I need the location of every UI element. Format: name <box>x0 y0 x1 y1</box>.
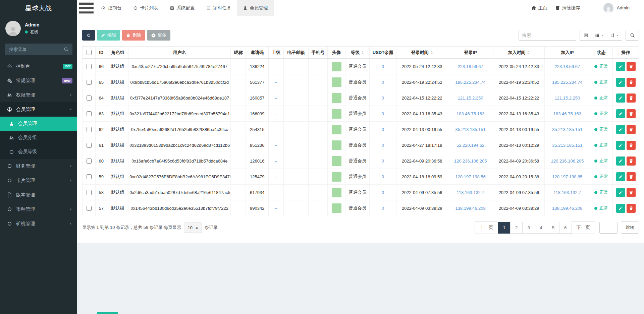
cell-link[interactable]: 35.213.185.151 <box>552 143 582 148</box>
delete-row-button[interactable] <box>627 93 636 103</box>
cell-link[interactable]: -- <box>275 190 278 195</box>
row-checkbox[interactable] <box>87 143 92 148</box>
cell-link[interactable]: 185.225.234.74 <box>552 80 582 85</box>
sidebar-item-version[interactable]: 版本管理 <box>0 188 77 202</box>
edit-row-button[interactable] <box>616 172 625 181</box>
delete-row-button[interactable] <box>627 125 636 134</box>
menu-toggle-icon[interactable] <box>77 0 95 16</box>
edit-button[interactable]: 编辑 <box>97 30 120 41</box>
row-checkbox[interactable] <box>87 206 92 211</box>
cell-link[interactable]: 0 <box>382 174 384 179</box>
cell-link[interactable]: 223.18.59.67 <box>554 64 580 69</box>
cell-link[interactable]: -- <box>275 96 278 101</box>
cell-link[interactable]: 120.236.106.205 <box>551 159 584 164</box>
cell-link[interactable]: 183.46.75.163 <box>457 111 484 116</box>
row-checkbox[interactable] <box>87 64 92 69</box>
more-button[interactable]: 更多 <box>147 30 170 41</box>
sidebar-item-member-group[interactable]: 会员分组 <box>0 131 77 145</box>
cell-link[interactable]: 121.15.2.250 <box>554 96 580 101</box>
sidebar-item-member[interactable]: 会员管理 <box>0 102 77 117</box>
page-2[interactable]: 2 <box>510 222 523 234</box>
cell-link[interactable]: 0 <box>382 96 384 101</box>
page-1[interactable]: 1 <box>498 222 511 234</box>
tab-member[interactable]: 会员管理 <box>237 0 274 16</box>
avatar-image[interactable] <box>332 62 341 71</box>
refresh-button[interactable] <box>82 30 95 41</box>
delete-button[interactable]: 删除 <box>122 30 145 41</box>
menu-search-input[interactable] <box>8 47 64 52</box>
cell-link[interactable]: 0 <box>382 206 384 211</box>
home-link[interactable]: 主页 <box>531 5 547 11</box>
page-6[interactable]: 6 <box>559 222 572 234</box>
sidebar-item-general[interactable]: 常规管理new <box>0 73 77 88</box>
page-next[interactable]: 下一页 <box>572 221 595 234</box>
avatar-image[interactable] <box>332 140 341 150</box>
tab-system-config[interactable]: 系统配置 <box>164 0 201 16</box>
delete-row-button[interactable] <box>627 204 636 213</box>
tab-cron-tasks[interactable]: 定时任务 <box>201 0 237 16</box>
avatar-image[interactable] <box>332 172 341 182</box>
row-checkbox[interactable] <box>87 96 92 101</box>
sidebar-item-member-level[interactable]: 会员等级 <box>0 145 77 159</box>
cell-link[interactable]: -- <box>275 159 278 164</box>
row-checkbox[interactable] <box>87 174 92 179</box>
cell-link[interactable]: 0 <box>382 64 384 69</box>
delete-row-button[interactable] <box>627 141 636 150</box>
cell-link[interactable]: -- <box>275 206 278 211</box>
row-checkbox[interactable] <box>87 111 92 116</box>
cell-link[interactable]: -- <box>275 174 278 179</box>
delete-row-button[interactable] <box>627 62 636 71</box>
cell-link[interactable]: 223.18.59.67 <box>458 64 483 69</box>
delete-row-button[interactable] <box>627 172 636 181</box>
row-checkbox[interactable] <box>87 80 92 85</box>
sidebar-item-console[interactable]: 控制台hot <box>0 59 77 73</box>
avatar-image[interactable] <box>332 188 341 197</box>
avatar-image[interactable] <box>332 109 341 119</box>
cell-link[interactable]: 121.15.2.250 <box>458 96 483 101</box>
cell-link[interactable]: 120.197.198.85 <box>552 174 582 179</box>
cell-link[interactable]: 118.163.132.7 <box>457 190 484 195</box>
cell-link[interactable]: 0 <box>382 159 384 164</box>
edit-row-button[interactable] <box>616 156 625 166</box>
page-4[interactable]: 4 <box>535 222 547 234</box>
search-button[interactable] <box>626 30 639 41</box>
cell-link[interactable]: -- <box>275 80 278 85</box>
cell-link[interactable]: 52.220.194.62 <box>457 143 484 148</box>
sidebar-item-finance[interactable]: 财务管理 <box>0 159 77 173</box>
edit-row-button[interactable] <box>616 109 625 118</box>
cell-link[interactable]: 138.199.46.208 <box>455 206 485 211</box>
avatar-image[interactable] <box>332 203 341 213</box>
cell-link[interactable]: 185.225.234.74 <box>455 80 485 85</box>
delete-row-button[interactable] <box>627 109 636 118</box>
edit-row-button[interactable] <box>616 78 625 87</box>
edit-row-button[interactable] <box>616 141 625 150</box>
page-prev[interactable]: 上一页 <box>475 221 498 234</box>
sidebar-item-coin[interactable]: 币种管理 <box>0 202 77 216</box>
cell-link[interactable]: 183.46.75.163 <box>553 111 581 116</box>
column-header[interactable]: 登录时间 <box>396 47 448 59</box>
avatar-image[interactable] <box>332 156 341 166</box>
table-search-input[interactable] <box>519 30 576 41</box>
select-all-checkbox[interactable] <box>87 50 92 55</box>
jump-page-input[interactable] <box>599 222 618 234</box>
cell-link[interactable]: -- <box>275 64 278 69</box>
delete-row-button[interactable] <box>627 78 636 87</box>
avatar-image[interactable] <box>332 77 341 87</box>
clear-cache-button[interactable]: 清除缓存 <box>555 5 580 11</box>
cell-link[interactable]: 0 <box>382 143 384 148</box>
page-5[interactable]: 5 <box>547 222 559 234</box>
page-size-select[interactable]: 10 <box>184 223 202 233</box>
column-header[interactable]: 加入时间 <box>493 47 545 59</box>
row-checkbox[interactable] <box>87 159 92 164</box>
cell-link[interactable]: 0 <box>382 190 384 195</box>
search-icon[interactable] <box>64 47 69 52</box>
cell-link[interactable]: -- <box>275 143 278 148</box>
cell-link[interactable]: 0 <box>382 80 384 85</box>
edit-row-button[interactable] <box>616 188 625 197</box>
edit-row-button[interactable] <box>616 93 625 103</box>
sidebar-item-card[interactable]: 卡片管理 <box>0 173 77 188</box>
edit-row-button[interactable] <box>616 204 625 213</box>
cell-link[interactable]: -- <box>275 111 278 116</box>
user-menu[interactable]: Admin <box>603 3 630 13</box>
sidebar-item-permission[interactable]: 权限管理 <box>0 88 77 102</box>
